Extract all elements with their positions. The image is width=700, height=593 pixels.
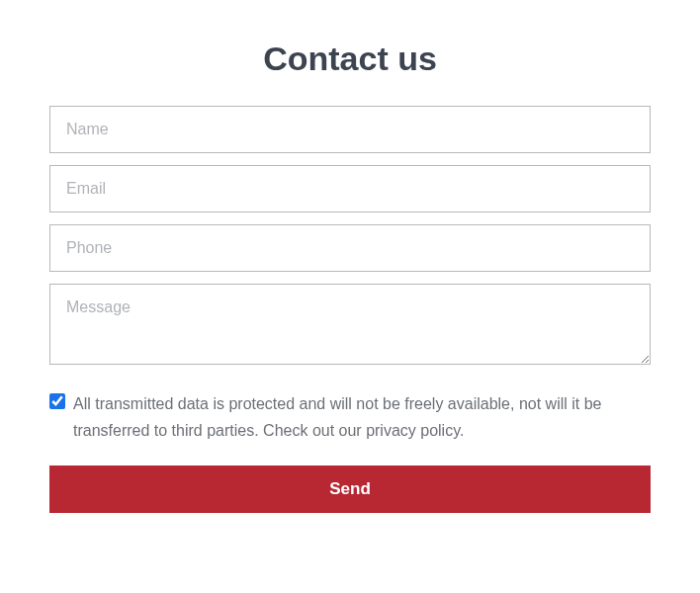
consent-checkbox[interactable] [49, 393, 65, 409]
send-button[interactable]: Send [49, 466, 651, 513]
message-textarea[interactable] [49, 284, 651, 365]
consent-row: All transmitted data is protected and wi… [49, 390, 651, 444]
page-title: Contact us [49, 40, 651, 78]
consent-label: All transmitted data is protected and wi… [73, 390, 651, 444]
phone-input[interactable] [49, 224, 651, 272]
email-input[interactable] [49, 165, 651, 212]
contact-form-container: Contact us All transmitted data is prote… [0, 0, 700, 543]
name-input[interactable] [49, 106, 651, 153]
